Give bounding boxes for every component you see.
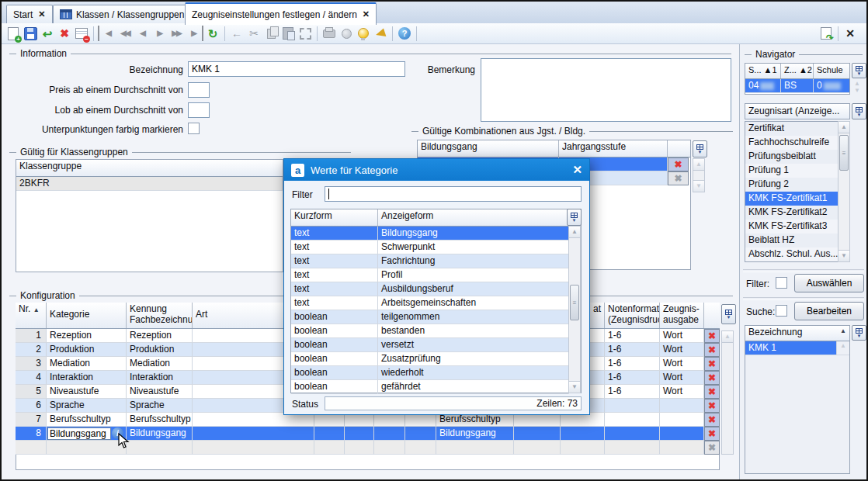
nav-forward-icon[interactable]: ▶▶ (168, 26, 184, 41)
refresh-icon[interactable]: ↻ (205, 26, 220, 41)
nav-rewind-icon[interactable]: ◀◀ (117, 26, 133, 41)
undo-icon[interactable]: ↩ (40, 26, 55, 41)
zeugnisart-header[interactable]: Zeugnisart (Anzeige... (745, 103, 850, 119)
lob-input[interactable] (188, 102, 210, 118)
kombinationen-grid-button[interactable]: ▼ (693, 140, 707, 157)
column-header-s[interactable]: S... ▲1 (745, 64, 781, 78)
bezeichnung-input[interactable] (188, 61, 405, 77)
column-header-jahrgangsstufe[interactable]: Jahrgangsstufe (559, 140, 668, 157)
nav-prev-icon[interactable]: ◀ (134, 26, 150, 41)
dialog-scrollbar[interactable]: ▲ ≡ ▼ (568, 226, 581, 393)
nav-next-icon[interactable]: ▶ (151, 26, 167, 41)
list-item[interactable]: Prüfung 1 (745, 164, 849, 178)
dialog-row[interactable]: boolean gefährdet (291, 380, 581, 394)
select-region-icon[interactable] (297, 26, 313, 41)
lightbulb-icon[interactable] (356, 26, 371, 41)
tab-close-icon[interactable]: ✕ (38, 9, 45, 19)
cell-kategorie-editing[interactable]: i (47, 427, 127, 441)
scroll-up-icon[interactable]: ▲ (838, 122, 849, 133)
column-header-kennung[interactable]: KennungFachbezeichnung (127, 303, 193, 328)
scroll-down-icon[interactable]: ▼ (693, 180, 704, 192)
preis-input[interactable] (188, 82, 210, 98)
dialog-row[interactable]: boolean bestanden (291, 324, 581, 338)
scroll-up-icon[interactable]: ▲ (722, 331, 733, 343)
list-item[interactable]: Fachhochschulreife (745, 136, 849, 150)
column-header-nr[interactable]: Nr. ▲ (16, 303, 47, 328)
delete-row-button[interactable]: ✖ (704, 357, 720, 371)
navigator-row[interactable]: 04 BS 0 (745, 79, 849, 93)
scroll-up-icon[interactable]: ▲ (569, 227, 580, 238)
unterpunktungen-checkbox[interactable] (188, 123, 200, 134)
horn-icon[interactable] (373, 26, 388, 41)
column-header-bildungsgang[interactable]: Bildungsgang (418, 140, 559, 157)
column-header-bezeichnung[interactable]: Bezeichnung▲ (745, 326, 849, 341)
dialog-row[interactable]: text Fachrichtung (291, 254, 581, 268)
column-header-z[interactable]: Z... ▲2 (781, 64, 814, 78)
form-edit-icon[interactable]: − (74, 26, 89, 41)
detach-window-icon[interactable] (818, 26, 834, 41)
dialog-row-selected[interactable]: text Bildungsgang (291, 227, 581, 240)
dialog-titlebar[interactable]: a Werte für Kategorie ✕ (284, 159, 589, 181)
column-header-schule[interactable]: Schule (814, 64, 849, 78)
nav-last-icon[interactable]: ▶ (186, 26, 203, 41)
dialog-row[interactable]: text Profil (291, 268, 581, 282)
scrollbar-thumb[interactable]: ≡ (570, 285, 579, 320)
list-item[interactable]: KMK FS-Zertifikat3 (745, 220, 849, 234)
dialog-row[interactable]: boolean wiederholt (291, 366, 581, 380)
tab-klassen[interactable]: Klassen / Klassengruppen ✕ (53, 5, 204, 23)
konfiguration-scrollbar[interactable]: ▲ (721, 330, 734, 455)
klassengruppe-row[interactable]: 2BKFR (16, 177, 283, 191)
list-item[interactable]: Beiblatt HZ (745, 234, 849, 247)
delete-row-button[interactable]: ✖ (704, 371, 720, 385)
save-icon[interactable] (23, 26, 38, 41)
cut-icon[interactable]: ✂ (246, 26, 262, 41)
kategorie-edit-input[interactable] (47, 427, 111, 440)
dialog-row[interactable]: boolean teilgenommen (291, 310, 581, 324)
dialog-row[interactable]: text Schwerpunkt (291, 240, 581, 254)
paste-icon[interactable] (280, 26, 296, 41)
delete-row-button[interactable]: ✖ (704, 413, 720, 427)
dialog-row[interactable]: boolean Zusatzprüfung (291, 352, 581, 366)
list-item-selected[interactable]: KMK FS-Zertifikat1 (745, 192, 849, 206)
delete-kombination-button[interactable]: ✖ (668, 157, 689, 171)
delete-row-button[interactable]: ✖ (704, 427, 720, 441)
column-header-zeugnisausgabe[interactable]: Zeugnis-ausgabe (660, 303, 704, 328)
scroll-down-icon[interactable]: ▼ (838, 250, 849, 261)
column-header-kurzform[interactable]: Kurzform (291, 209, 378, 226)
copy-icon[interactable] (263, 26, 279, 41)
scrollbar-thumb[interactable]: ≡ (839, 135, 849, 171)
list-item[interactable]: Prüfungsbeiblatt (745, 150, 849, 164)
column-header-anzeigeform[interactable]: Anzeigeform (378, 209, 569, 226)
dialog-grid-button[interactable]: ▼ (567, 209, 582, 226)
scroll-down-icon[interactable]: ▼ (569, 381, 580, 393)
help-icon[interactable]: ? (397, 26, 412, 41)
delete-row-button[interactable]: ✖ (704, 399, 720, 413)
filter-checkbox[interactable] (776, 277, 787, 289)
dialog-row[interactable]: text Arbeitsgemeinschaften (291, 296, 581, 310)
delete-row-button[interactable]: ✖ (704, 329, 720, 343)
dialog-row[interactable]: boolean versetzt (291, 338, 581, 352)
navigator-grid-button[interactable]: ▼ (852, 63, 866, 78)
kombinationen-scrollbar[interactable]: ▲ ▼ (693, 158, 705, 192)
zeugnisart-grid-button[interactable]: ▼ (852, 103, 866, 119)
list-item[interactable]: Zertifikat (745, 122, 849, 136)
suche-checkbox[interactable] (776, 305, 787, 317)
filter-input[interactable] (325, 186, 582, 202)
tab-close-icon[interactable]: ✕ (363, 9, 370, 19)
zeugnisart-scrollbar[interactable]: ▲ ≡ ▼ (838, 121, 850, 262)
list-item[interactable]: Prüfung 2 (745, 178, 849, 192)
konfiguration-grid-button[interactable]: ▼ (721, 304, 736, 324)
new-record-icon[interactable]: + (5, 26, 21, 41)
bezeichnung-grid-button[interactable]: ▼ (852, 325, 866, 341)
column-header-kategorie[interactable]: Kategorie (47, 303, 127, 328)
nav-first-icon[interactable]: ◀ (98, 26, 116, 41)
auswaehlen-button[interactable]: Auswählen (794, 274, 864, 292)
tab-start[interactable]: Start ✕ (6, 5, 53, 23)
list-item[interactable]: KMK FS-Zertifikat2 (745, 206, 849, 220)
column-header-klassengruppe[interactable]: Klassengruppe (16, 160, 283, 176)
tab-zeugniseinstellungen[interactable]: Zeugniseinstellungen festlegen / ändern … (185, 2, 377, 25)
dialog-row[interactable]: text Ausbildungsberuf (291, 282, 581, 296)
bemerkung-textarea[interactable] (481, 58, 731, 122)
bearbeiten-button[interactable]: Bearbeiten (794, 302, 864, 320)
scroll-up-icon[interactable]: ▲ (693, 159, 704, 171)
